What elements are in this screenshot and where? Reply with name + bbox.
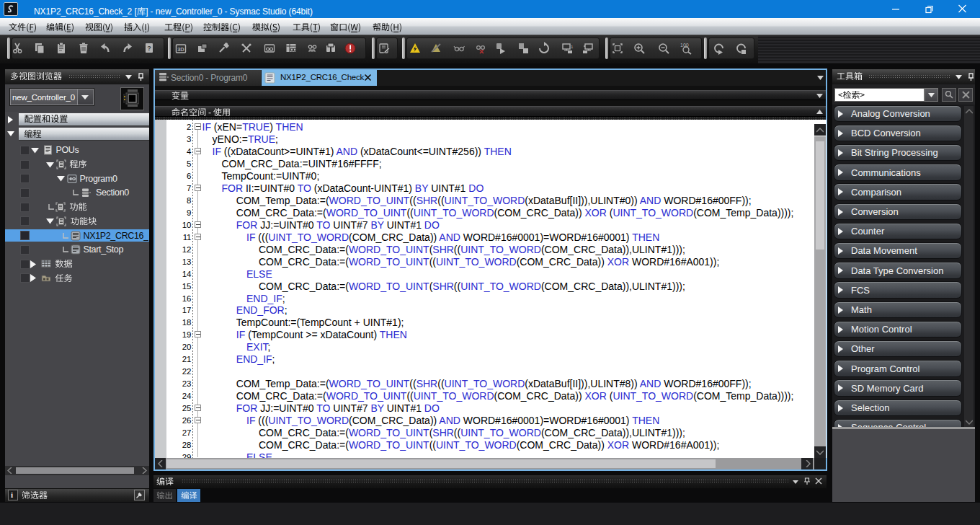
svg-text:?: ? [147,45,151,52]
svg-text:3D: 3D [177,46,184,53]
svg-text:1: 1 [571,45,574,49]
